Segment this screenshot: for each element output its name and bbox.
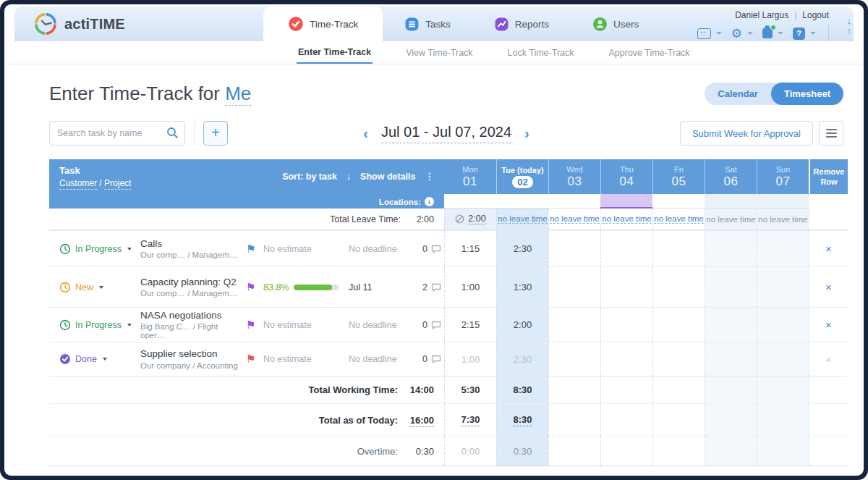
time-cell-sat[interactable] <box>705 231 757 266</box>
tab-reports[interactable]: Reports <box>472 7 571 41</box>
time-cell-wed[interactable] <box>548 308 600 342</box>
show-details-link[interactable]: Show details <box>360 172 415 182</box>
location-cell-sun[interactable] <box>757 194 809 209</box>
tab-tasks[interactable]: Tasks <box>383 7 472 41</box>
time-cell-sun[interactable] <box>757 231 809 266</box>
search-icon[interactable] <box>166 127 179 139</box>
time-cell-thu[interactable] <box>600 267 652 307</box>
tab-time-track[interactable]: Time-Track <box>263 7 383 41</box>
location-cell-fri[interactable] <box>652 194 705 209</box>
time-cell-sun[interactable] <box>757 267 809 307</box>
time-cell-thu[interactable] <box>600 231 652 266</box>
logout-link[interactable]: Logout <box>802 10 829 20</box>
location-cell-tue[interactable] <box>496 194 548 209</box>
search-input[interactable] <box>49 121 185 146</box>
help-icon[interactable]: ? <box>793 28 805 40</box>
task-path[interactable]: Our comp… / Managem… <box>140 250 242 259</box>
sort-direction-icon[interactable]: ↓ <box>346 172 351 182</box>
location-cell-thu[interactable] <box>600 194 652 209</box>
status-dropdown[interactable]: Done <box>59 353 140 365</box>
priority-flag-icon[interactable]: ⚑ <box>246 243 263 256</box>
leave-cell-fri[interactable]: no leave time <box>652 209 705 230</box>
customer-sort-link[interactable]: Customer <box>59 178 97 190</box>
task-path[interactable]: Our company / Accounting <box>140 361 242 370</box>
comments-cell[interactable]: 0 <box>415 244 441 254</box>
week-range[interactable]: Jul 01 - Jul 07, 2024 <box>381 124 511 143</box>
estimate-cell[interactable]: No estimate <box>263 244 349 254</box>
deadline-cell[interactable]: No deadline <box>349 320 415 330</box>
estimate-cell[interactable]: 83.8% <box>263 282 349 292</box>
comments-cell[interactable]: 0 <box>415 320 441 330</box>
status-dropdown[interactable]: New <box>59 282 140 293</box>
kebab-menu-icon[interactable]: ⋮ <box>425 171 435 182</box>
task-name[interactable]: Calls <box>140 238 242 250</box>
tab-users[interactable]: Users <box>571 7 660 41</box>
priority-flag-icon[interactable]: ⚑ <box>246 319 263 332</box>
comments-cell[interactable]: 0 <box>415 354 441 364</box>
chevron-down-icon[interactable] <box>810 32 816 35</box>
user-name[interactable]: Daniel Largus <box>735 10 788 20</box>
deadline-cell[interactable]: No deadline <box>349 244 415 254</box>
remove-row-button[interactable]: × <box>825 319 832 331</box>
hamburger-menu-button[interactable] <box>819 121 843 146</box>
project-sort-link[interactable]: Project <box>104 178 131 190</box>
time-cell-tue[interactable]: 2:00 <box>496 308 548 342</box>
task-name[interactable]: Supplier selection <box>140 348 242 360</box>
leave-cell-mon[interactable]: 2:00 <box>444 209 496 230</box>
total-cell-tue[interactable]: 8:30 <box>496 404 548 436</box>
status-dropdown[interactable]: In Progress <box>59 243 140 255</box>
scroll-down-icon[interactable]: ↓ <box>847 16 852 26</box>
leave-cell-wed[interactable]: no leave time <box>548 209 600 230</box>
sort-by-task[interactable]: Sort: by task <box>282 172 337 182</box>
time-cell-sat[interactable] <box>705 267 757 307</box>
time-cell-fri[interactable] <box>652 308 705 342</box>
location-cell-mon[interactable] <box>444 194 496 209</box>
time-cell-wed[interactable] <box>548 267 600 307</box>
time-cell-mon[interactable]: 2:15 <box>444 308 496 342</box>
task-path[interactable]: Our comp… / Managem… <box>140 289 242 298</box>
time-cell-tue[interactable]: 2:30 <box>496 231 548 266</box>
time-cell-sun[interactable] <box>757 308 809 342</box>
priority-flag-icon[interactable]: ⚑ <box>246 281 263 294</box>
time-cell-tue[interactable]: 1:30 <box>496 267 548 307</box>
time-cell-mon[interactable]: 1:00 <box>444 267 496 307</box>
time-track-mode-icon[interactable] <box>697 28 711 39</box>
leave-cell-thu[interactable]: no leave time <box>600 209 652 230</box>
location-cell-wed[interactable] <box>548 194 600 209</box>
add-task-button[interactable]: + <box>203 121 228 146</box>
status-dropdown[interactable]: In Progress <box>59 319 140 331</box>
task-name[interactable]: NASA negotiations <box>140 310 242 321</box>
estimate-cell[interactable]: No estimate <box>263 320 349 330</box>
comments-cell[interactable]: 2 <box>415 282 441 292</box>
remove-row-button[interactable]: × <box>825 281 832 293</box>
location-cell-sat[interactable] <box>705 194 757 209</box>
leave-cell-tue[interactable]: no leave time <box>496 209 548 230</box>
time-cell-wed[interactable] <box>548 231 600 266</box>
estimate-cell[interactable]: No estimate <box>263 354 349 364</box>
task-path[interactable]: Big Bang C… / Flight oper… <box>140 322 242 340</box>
integrations-puzzle-icon[interactable] <box>762 28 773 38</box>
next-week-chevron[interactable]: › <box>524 125 529 142</box>
deadline-cell[interactable]: No deadline <box>349 354 415 364</box>
info-circle-icon[interactable]: i <box>425 197 434 206</box>
subnav-view-time-track[interactable]: View Time-Track <box>404 42 474 63</box>
user-selector-link[interactable]: Me <box>225 83 251 106</box>
timesheet-toggle[interactable]: Timesheet <box>771 83 843 105</box>
chevron-down-icon[interactable] <box>716 32 722 35</box>
scroll-arrows[interactable]: ↓ ↑ <box>847 16 852 35</box>
as-of-today-value[interactable]: 16:00 <box>410 415 434 427</box>
task-name[interactable]: Capacity planning: Q2 <box>140 277 242 288</box>
deadline-cell[interactable]: Jul 11 <box>349 282 415 292</box>
time-cell-fri[interactable] <box>652 267 705 307</box>
priority-flag-icon[interactable]: ⚑ <box>246 353 263 366</box>
time-cell-sat[interactable] <box>705 308 757 342</box>
gear-icon[interactable]: ⚙ <box>731 28 742 40</box>
subnav-approve-time-track[interactable]: Approve Time-Track <box>608 42 692 63</box>
remove-row-button[interactable]: × <box>825 243 832 255</box>
scroll-up-icon[interactable]: ↑ <box>847 26 852 36</box>
total-cell-mon[interactable]: 7:30 <box>444 404 496 436</box>
subnav-enter-time-track[interactable]: Enter Time-Track <box>297 41 373 64</box>
chevron-down-icon[interactable] <box>778 32 783 35</box>
submit-week-button[interactable]: Submit Week for Approval <box>680 121 813 146</box>
subnav-lock-time-track[interactable]: Lock Time-Track <box>506 42 576 63</box>
